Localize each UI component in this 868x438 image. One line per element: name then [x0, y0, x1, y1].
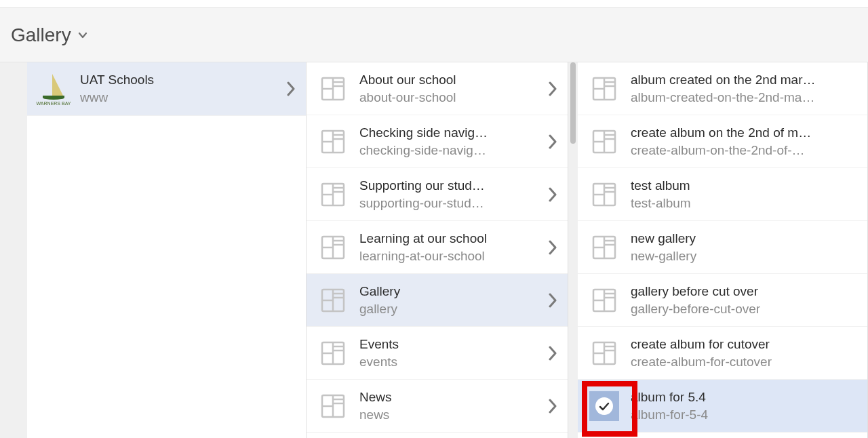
chevron-right-icon — [276, 81, 306, 96]
chevron-right-icon — [538, 81, 568, 96]
site-logo-label: WARNERS BAY — [37, 101, 71, 106]
album-row[interactable]: test albumtest-album — [578, 168, 867, 221]
page-icon — [578, 128, 631, 155]
site-logo: WARNERS BAY — [27, 62, 80, 115]
page-icon — [307, 340, 359, 367]
page-icon — [578, 181, 631, 208]
page-row[interactable]: Supporting our stud…supporting-our-stud… — [307, 168, 568, 221]
row-title: new gallery — [631, 230, 862, 247]
row-title: Supporting our stud… — [359, 177, 532, 195]
row-slug: test-album — [631, 195, 862, 212]
row-title: album for 5.4 — [631, 389, 862, 406]
column-browser: WARNERS BAY UAT Schools www About our sc… — [0, 62, 868, 438]
chevron-down-icon — [78, 31, 87, 40]
row-title: create album for cutover — [631, 336, 862, 353]
row-slug: create-album-on-the-2nd-of-… — [631, 142, 862, 159]
topbar-spacer — [0, 0, 868, 8]
page-icon — [307, 393, 359, 420]
row-slug: gallery-before-cut-over — [631, 300, 862, 318]
column-pages: About our schoolabout-our-schoolChecking… — [307, 62, 568, 438]
row-title: test album — [631, 177, 862, 195]
site-row[interactable]: WARNERS BAY UAT Schools www — [27, 62, 306, 116]
chevron-right-icon — [538, 240, 568, 255]
chevron-right-icon — [538, 293, 568, 308]
page-icon — [578, 287, 631, 314]
page-icon — [578, 234, 631, 261]
column-albums: album created on the 2nd mar…album-creat… — [578, 62, 868, 438]
row-slug: checking-side-navig… — [359, 142, 532, 159]
row-slug: album-for-5-4 — [631, 406, 862, 424]
row-slug: events — [359, 353, 532, 371]
chevron-right-icon — [538, 134, 568, 149]
row-title: album created on the 2nd mar… — [631, 71, 862, 89]
row-title: UAT Schools — [80, 71, 271, 89]
check-icon — [595, 397, 613, 415]
row-title: Checking side navig… — [359, 124, 532, 142]
page-icon — [578, 340, 631, 367]
page-icon — [578, 75, 631, 102]
page-icon — [307, 181, 359, 208]
chevron-right-icon — [538, 187, 568, 202]
album-row[interactable]: new gallerynew-gallery — [578, 221, 867, 274]
page-icon — [307, 128, 359, 155]
row-title: gallery before cut over — [631, 283, 862, 300]
row-title: Events — [359, 336, 532, 353]
page-icon — [307, 234, 359, 261]
row-slug: learning-at-our-school — [359, 247, 532, 265]
page-row[interactable]: Eventsevents — [307, 327, 568, 380]
album-row[interactable]: create album on the 2nd of m…create-albu… — [578, 115, 867, 168]
page-row[interactable]: About our schoolabout-our-school — [307, 62, 568, 115]
row-slug: new-gallery — [631, 247, 862, 265]
row-title: Learning at our school — [359, 230, 532, 247]
album-row[interactable]: album created on the 2nd mar…album-creat… — [578, 62, 867, 115]
row-slug: about-our-school — [359, 89, 532, 106]
row-slug: album-created-on-the-2nd-ma… — [631, 89, 862, 106]
chevron-right-icon — [538, 346, 568, 361]
page-row[interactable]: Learning at our schoollearning-at-our-sc… — [307, 221, 568, 274]
page-icon — [307, 287, 359, 314]
row-title: create album on the 2nd of m… — [631, 124, 862, 142]
row-title: News — [359, 389, 532, 406]
page-row[interactable]: Checking side navig…checking-side-navig… — [307, 115, 568, 168]
row-title: Gallery — [359, 283, 532, 300]
row-slug: news — [359, 406, 532, 424]
album-row[interactable]: gallery before cut overgallery-before-cu… — [578, 274, 867, 327]
album-row[interactable]: create album for cutovercreate-album-for… — [578, 327, 867, 380]
album-thumb-selected[interactable] — [578, 391, 631, 421]
column-sites: WARNERS BAY UAT Schools www — [27, 62, 307, 438]
page-row[interactable]: Newsnews — [307, 380, 568, 433]
page-icon — [307, 75, 359, 102]
header: Gallery — [0, 8, 868, 62]
row-slug: create-album-for-cutover — [631, 353, 862, 371]
chevron-right-icon — [538, 399, 568, 414]
row-slug: www — [80, 89, 271, 106]
scrollbar[interactable] — [568, 62, 578, 438]
row-slug: supporting-our-stud… — [359, 195, 532, 212]
page-row[interactable]: Gallerygallery — [307, 274, 568, 327]
row-slug: gallery — [359, 300, 532, 318]
row-title: About our school — [359, 71, 532, 89]
page-title: Gallery — [11, 24, 71, 46]
album-row[interactable]: album for 5.4album-for-5-4 — [578, 380, 867, 433]
breadcrumb-current[interactable]: Gallery — [11, 24, 87, 46]
